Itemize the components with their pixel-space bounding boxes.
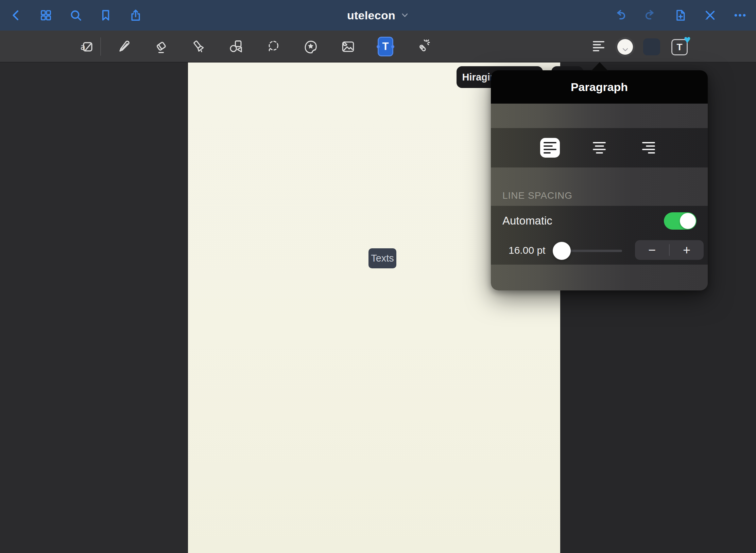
popover-title: Paragraph [571,81,628,94]
selection-handle-right [391,45,394,48]
toolbar-divider [100,37,101,56]
popover-arrow [591,62,608,71]
text-object-label: Texts [371,253,394,264]
line-spacing-heading: LINE SPACING [502,190,572,201]
align-bar [544,142,556,144]
top-navigation-bar: utelecon [0,0,756,31]
highlighter-icon [191,39,206,55]
current-color-swatch [617,39,633,55]
eraser-tool[interactable] [153,31,169,63]
paragraph-settings-button[interactable] [592,39,607,54]
slider-thumb[interactable] [553,242,571,260]
align-center-button[interactable] [589,138,609,158]
lasso-icon [265,39,281,55]
undo-icon [614,8,627,22]
redo-button[interactable] [643,8,657,22]
align-bar [593,149,606,150]
undo-button[interactable] [613,8,628,22]
align-right-button[interactable] [639,138,658,158]
laser-pointer-icon [415,39,431,55]
align-bar [596,152,603,154]
top-bar-right-group [613,0,747,31]
align-bar [642,142,655,144]
spacing-slider[interactable] [553,236,622,265]
search-button[interactable] [69,8,83,22]
image-icon [340,39,356,55]
search-icon [69,8,83,22]
text-style-favorite-button[interactable]: T ♥ [671,39,688,55]
highlighter-tool[interactable] [191,31,206,63]
alignment-row [491,128,708,167]
line-spacing-card: Automatic 16.00 pt − + [491,206,708,265]
title-chevron-down-icon [401,13,409,18]
selection-handle-left [377,45,380,48]
back-chevron-icon [9,8,23,22]
line-spacing-section: LINE SPACING [491,167,708,206]
align-bar [648,152,655,154]
bookmark-icon [99,8,113,22]
align-bar [593,142,606,144]
align-bar [544,149,556,150]
document-title-button[interactable]: utelecon [347,0,409,31]
pencil-slash-icon [703,8,717,22]
grid-icon [39,8,53,22]
add-page-button[interactable] [673,8,687,22]
spacing-slider-row: 16.00 pt − + [491,236,708,265]
read-mode-toggle[interactable]: a [79,31,94,63]
svg-text:a: a [81,42,86,52]
share-icon [129,8,142,22]
laser-pointer-tool[interactable] [415,31,431,63]
align-bar [544,145,553,147]
automatic-toggle[interactable] [664,212,697,230]
paragraph-popover: Paragraph [491,70,708,290]
image-tool[interactable] [340,31,356,63]
redo-icon [643,8,657,22]
app-screen: utelecon [0,0,756,553]
popover-header: Paragraph [491,70,708,104]
align-bar [544,152,551,154]
align-left-lines-icon [593,41,606,52]
tool-bar: a [0,31,756,63]
bookmark-button[interactable] [99,8,113,22]
favorite-letter: T [676,42,682,53]
ellipsis-icon [733,8,747,22]
share-button[interactable] [128,8,143,22]
canvas-background-left [0,63,188,553]
popover-body: LINE SPACING Automatic 16.00 pt [491,104,708,290]
text-object-on-page[interactable]: Texts [368,248,396,268]
spacing-value-label: 16.00 pt [509,245,545,256]
increase-spacing-button[interactable]: + [670,240,704,260]
toggle-knob [680,213,696,229]
back-button[interactable] [9,8,23,22]
decrease-spacing-button[interactable]: − [635,240,669,260]
text-tool-letter: T [382,40,389,53]
eraser-icon [153,39,169,55]
color-picker-button[interactable] [615,37,635,57]
read-write-mode-icon: a [79,39,94,55]
pen-icon [116,39,132,55]
heart-icon: ♥ [684,34,691,45]
text-tool[interactable]: T [378,31,393,63]
spacing-stepper: − + [635,240,704,260]
sticker-star-icon [303,39,319,55]
align-bar [595,145,604,147]
stop-editing-button[interactable] [703,8,717,22]
tools-row: T [116,31,431,63]
secondary-swatch-disabled[interactable] [643,38,660,55]
add-page-icon [673,8,687,22]
align-bar [642,149,655,150]
elements-tool[interactable] [303,31,319,63]
align-left-button[interactable] [540,138,560,158]
automatic-label: Automatic [502,214,552,227]
document-title: utelecon [347,9,395,22]
chevron-down-icon [622,48,629,52]
page-overview-button[interactable] [39,8,53,22]
lasso-tool[interactable] [265,31,281,63]
automatic-row: Automatic [491,206,708,236]
more-options-button[interactable] [733,8,747,22]
align-bar [646,145,655,147]
popover-spacer [491,104,708,128]
pen-tool[interactable] [116,31,132,63]
text-tool-active-button: T [378,37,393,56]
shapes-tool[interactable] [228,31,244,63]
